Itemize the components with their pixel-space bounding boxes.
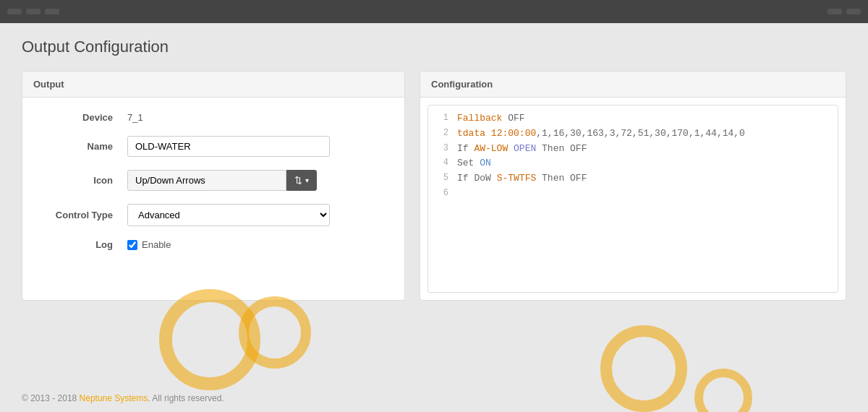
- top-btn-5[interactable]: [846, 9, 861, 14]
- config-panel: Configuration 1 Fallback OFF 2 tdata 12:…: [420, 71, 846, 301]
- token-dow: DoW: [474, 173, 496, 184]
- line-num-2: 2: [434, 126, 448, 140]
- icon-label: Icon: [33, 175, 127, 186]
- footer-brand-link[interactable]: Neptune Systems: [80, 393, 148, 403]
- token-on: ON: [480, 158, 491, 168]
- token-days: S-TWTFS: [497, 173, 537, 184]
- footer: © 2013 - 2018 Neptune Systems. All right…: [0, 385, 868, 412]
- name-input[interactable]: [127, 136, 330, 157]
- output-panel: Output Device 7_1 Name Icon: [22, 71, 405, 301]
- code-line-3: 3 If AW-LOW OPEN Then OFF: [428, 142, 838, 157]
- output-panel-body: Device 7_1 Name Icon ⇅ ▾: [22, 98, 404, 278]
- main-content: Output Configuration Output Device 7_1 N…: [0, 23, 868, 315]
- top-btn-3[interactable]: [45, 9, 59, 14]
- name-row: Name: [33, 136, 393, 157]
- icon-row: Icon ⇅ ▾: [33, 170, 393, 191]
- device-row: Device 7_1: [33, 112, 393, 123]
- updown-arrows-icon: ⇅: [294, 175, 302, 186]
- icon-text-input[interactable]: [127, 170, 286, 191]
- code-editor[interactable]: 1 Fallback OFF 2 tdata 12:00:00,1,16,30,…: [427, 105, 838, 293]
- control-type-row: Control Type Advanced Basic Manual: [33, 204, 393, 226]
- config-panel-body: 1 Fallback OFF 2 tdata 12:00:00,1,16,30,…: [420, 98, 846, 300]
- output-panel-header: Output: [22, 72, 404, 98]
- token-open: OPEN: [514, 143, 536, 154]
- top-bar-right-buttons: [827, 9, 861, 14]
- line-content-2: tdata 12:00:00,1,16,30,163,3,72,51,30,17…: [457, 126, 832, 142]
- token-sensor: AW-LOW: [474, 143, 508, 154]
- icon-input-group: ⇅ ▾: [127, 170, 317, 191]
- token-space-2: [485, 128, 491, 139]
- top-bar: [0, 0, 868, 23]
- token-set: Set: [457, 158, 480, 168]
- code-line-5: 5 If DoW S-TWTFS Then OFF: [428, 171, 838, 186]
- token-then-5: Then: [536, 173, 570, 184]
- footer-text-pre: © 2013 - 2018: [22, 393, 80, 403]
- top-btn-4[interactable]: [827, 9, 842, 14]
- control-type-label: Control Type: [33, 210, 127, 220]
- log-label: Log: [33, 239, 127, 250]
- control-type-select[interactable]: Advanced Basic Manual: [127, 204, 330, 226]
- code-line-1: 1 Fallback OFF: [428, 111, 838, 126]
- token-off-1: OFF: [502, 113, 524, 124]
- log-enable-text: Enable: [142, 239, 171, 250]
- code-line-2: 2 tdata 12:00:00,1,16,30,163,3,72,51,30,…: [428, 126, 838, 142]
- token-off-5: OFF: [570, 173, 587, 184]
- token-off-3: OFF: [570, 143, 587, 154]
- panels-row: Output Device 7_1 Name Icon: [22, 71, 846, 301]
- token-if-3: If: [457, 143, 474, 154]
- log-row: Log Enable: [33, 239, 393, 250]
- chevron-down-icon: ▾: [305, 176, 309, 184]
- line-content-5: If DoW S-TWTFS Then OFF: [457, 171, 832, 186]
- footer-text-post: . All rights reserved.: [148, 393, 224, 403]
- top-bar-left-buttons: [7, 9, 59, 14]
- top-btn-1[interactable]: [7, 9, 22, 14]
- name-label: Name: [33, 141, 127, 152]
- line-num-4: 4: [434, 156, 448, 170]
- token-space-3: [508, 143, 514, 154]
- token-tdata: tdata: [457, 128, 485, 139]
- token-if-5: If: [457, 173, 474, 184]
- device-value: 7_1: [127, 112, 143, 123]
- page-title: Output Configuration: [22, 38, 846, 56]
- line-num-1: 1: [434, 111, 448, 125]
- token-then-3: Then: [536, 143, 570, 154]
- line-content-1: Fallback OFF: [457, 111, 832, 126]
- line-content-4: Set ON: [457, 156, 832, 171]
- icon-button[interactable]: ⇅ ▾: [286, 170, 317, 191]
- line-num-3: 3: [434, 142, 448, 155]
- token-nums: ,1,16,30,163,3,72,51,30,170,1,44,14,0: [536, 128, 745, 139]
- token-time: 12:00:00: [491, 128, 536, 139]
- line-num-5: 5: [434, 171, 448, 185]
- code-line-6: 6: [428, 186, 838, 202]
- line-content-3: If AW-LOW OPEN Then OFF: [457, 142, 832, 157]
- config-panel-header: Configuration: [420, 72, 846, 98]
- line-num-6: 6: [434, 186, 448, 200]
- token-fallback: Fallback: [457, 113, 502, 124]
- top-btn-2[interactable]: [26, 9, 41, 14]
- code-line-4: 4 Set ON: [428, 156, 838, 171]
- log-checkbox[interactable]: [127, 240, 137, 250]
- device-label: Device: [33, 112, 127, 123]
- line-content-6: [457, 186, 832, 202]
- log-checkbox-label[interactable]: Enable: [127, 239, 171, 250]
